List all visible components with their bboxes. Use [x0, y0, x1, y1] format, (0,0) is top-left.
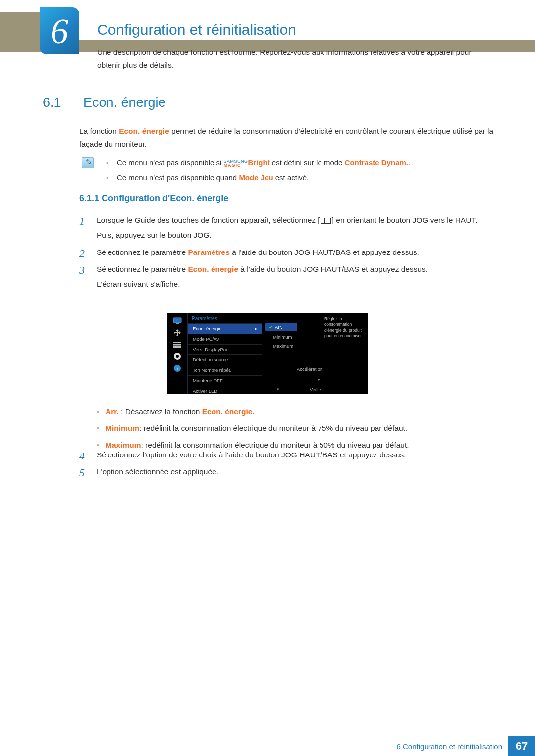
osd-options: Arr. Minimum Maximum Accélération ▸ Veil…	[262, 313, 368, 394]
notes-list: Ce menu n'est pas disponible si SAMSUNGM…	[106, 156, 495, 186]
step-item: 5 L'option sélectionnée est appliquée.	[79, 465, 495, 478]
svg-point-6	[176, 355, 179, 358]
footer: 6 Configuration et réinitialisation 67	[397, 736, 535, 756]
samsung-magic-label: SAMSUNGMAGIC	[224, 159, 248, 167]
svg-rect-1	[176, 323, 179, 324]
svg-rect-3	[173, 344, 181, 346]
gear-icon	[172, 352, 182, 361]
osd-menu-item: Tch Nombre répét.	[188, 365, 262, 375]
svg-text:i: i	[176, 365, 178, 371]
step-item: 3 Sélectionnez le paramètre Econ. énergi…	[79, 263, 495, 291]
osd-option-selected: Arr.	[265, 323, 297, 331]
osd-screenshot: i Paramètres Econ. énergie▸ Mode PC/AV V…	[167, 313, 368, 394]
osd-menu-header: Paramètres	[188, 313, 262, 323]
step-number: 1	[79, 212, 85, 230]
osd-menu-item-selected: Econ. énergie▸	[188, 323, 262, 334]
footer-text: 6 Configuration et réinitialisation	[397, 742, 508, 751]
subsection-title: 6.1.1 Configuration d'Econ. énergie	[79, 193, 228, 203]
step-number: 2	[79, 244, 85, 262]
note-icon	[82, 157, 94, 168]
osd-value: Accélération	[297, 366, 322, 372]
chapter-number: 6	[51, 13, 68, 49]
step-number: 3	[79, 261, 85, 279]
osd-option: Minimum	[273, 334, 292, 340]
list-icon	[172, 340, 182, 349]
svg-rect-0	[173, 318, 181, 323]
svg-rect-4	[173, 346, 181, 348]
option-desc-item: Minimum: redéfinit la consommation élect…	[97, 422, 495, 434]
osd-description: Réglez la consommation d'énergie du prod…	[321, 315, 366, 343]
svg-rect-2	[173, 342, 181, 343]
osd-value: Veille	[310, 387, 321, 392]
step-number: 4	[79, 447, 85, 465]
page-number: 67	[508, 736, 535, 756]
chapter-title: Configuration et réinitialisation	[97, 21, 296, 38]
osd-menu-item: Détection source	[188, 354, 262, 365]
steps-list: 1 Lorsque le Guide des touches de foncti…	[79, 214, 495, 295]
note-item: Ce menu n'est pas disponible si SAMSUNGM…	[106, 156, 495, 169]
arrow-right-icon: ▸	[318, 377, 320, 382]
osd-nav-icons: i	[167, 313, 188, 394]
osd-option: Maximum	[273, 343, 293, 349]
note-item: Ce menu n'est pas disponible quand Mode …	[106, 171, 495, 184]
chapter-badge: 6	[40, 7, 79, 54]
arrow-down-icon: ▾	[277, 387, 279, 392]
section-number: 6.1	[43, 95, 61, 110]
step-item: 1 Lorsque le Guide des touches de foncti…	[79, 214, 495, 242]
resize-icon	[172, 328, 182, 337]
osd-menu-item: Vers. DisplayPort	[188, 344, 262, 354]
section-title: Econ. énergie	[83, 95, 166, 110]
step-item: 4 Sélectionnez l'option de votre choix à…	[79, 449, 495, 461]
osd-menu-item: Mode PC/AV	[188, 334, 262, 344]
osd-menu-item: Activer LED	[188, 386, 262, 396]
info-icon: i	[172, 364, 182, 373]
step-number: 5	[79, 463, 85, 482]
osd-menu-item: Minuterie OFF	[188, 375, 262, 386]
osd-menu: Paramètres Econ. énergie▸ Mode PC/AV Ver…	[188, 313, 262, 394]
steps-list-cont: 4 Sélectionnez l'option de votre choix à…	[79, 449, 495, 483]
chapter-description: Une description de chaque fonction est f…	[97, 46, 495, 71]
option-desc-item: Arr. : Désactivez la fonction Econ. éner…	[97, 406, 495, 417]
step-item: 2 Sélectionnez le paramètre Paramètres à…	[79, 246, 495, 259]
monitor-icon	[172, 316, 182, 325]
option-descriptions: Arr. : Désactivez la fonction Econ. éner…	[97, 406, 495, 455]
section-intro: La fonction Econ. énergie permet de rédu…	[79, 125, 495, 151]
menu-icon	[321, 218, 331, 224]
